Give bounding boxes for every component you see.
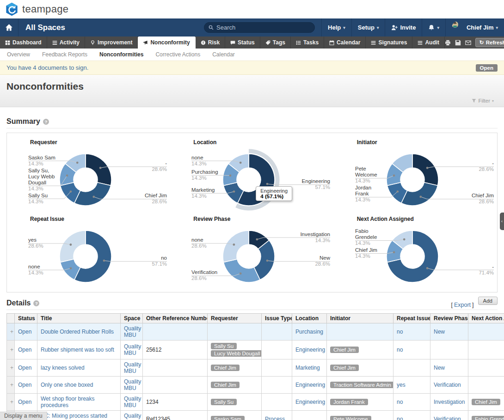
tab-activity[interactable]: Activity xyxy=(47,37,85,49)
donut-chart[interactable]: PeteWelcome14.3%JordanFrank14.3%-28.6%Ch… xyxy=(334,146,496,215)
subtab-nonconformities[interactable]: Nonconformities xyxy=(93,51,149,58)
save-icon[interactable] xyxy=(455,40,461,46)
tab-calendar[interactable]: Calendar xyxy=(324,37,366,49)
space-link[interactable]: Quality MBU xyxy=(124,343,141,356)
space-link[interactable]: Quality MBU xyxy=(124,396,141,408)
column-header-expand[interactable] xyxy=(7,314,15,323)
donut-chart[interactable]: FabioGrendele14.3%Chief Jim14.3%-71.4% xyxy=(334,222,496,292)
export-link[interactable]: Export xyxy=(454,302,471,308)
status-link[interactable]: Open xyxy=(18,347,31,353)
column-header-location[interactable]: Location xyxy=(292,314,327,323)
review-phase-link[interactable]: New xyxy=(434,365,445,371)
top-navbar: All Spaces Help▾ Setup▾ Invite ▾ Chief J… xyxy=(0,18,504,37)
status-link[interactable]: Open xyxy=(18,329,31,335)
review-phase-link[interactable]: New xyxy=(434,329,445,335)
row-expand-button[interactable]: + xyxy=(7,377,15,394)
row-expand-button[interactable]: + xyxy=(7,394,15,411)
donut-slice-item[interactable] xyxy=(412,154,438,186)
status-link[interactable]: Open xyxy=(18,399,31,405)
tab-tags[interactable]: Tags xyxy=(260,37,291,49)
collapse-panel-handle[interactable]: ‹ xyxy=(500,213,504,230)
subtab-feedback-reports[interactable]: Feedback Reports xyxy=(36,51,93,58)
invite-button[interactable]: Invite xyxy=(385,18,422,37)
home-button[interactable] xyxy=(0,18,18,37)
banner-open-button[interactable]: Open xyxy=(476,64,498,72)
column-header-space[interactable]: Space xyxy=(121,314,143,323)
refresh-button[interactable]: ↻ Refresh xyxy=(475,38,504,47)
donut-slice-yes[interactable] xyxy=(60,231,86,262)
location-link[interactable]: Engineering xyxy=(295,347,325,353)
repeat-issue-link[interactable]: no xyxy=(397,416,403,420)
donut-chart[interactable]: none28.6%Verification28.6%Investigation1… xyxy=(170,222,332,292)
column-header-next-action-assigned[interactable]: Next Action Assigned xyxy=(468,314,504,323)
space-link[interactable]: Quality MBU xyxy=(124,413,141,420)
location-link[interactable]: Engineering xyxy=(295,382,325,388)
tab-status[interactable]: Status xyxy=(225,37,260,49)
print-icon[interactable] xyxy=(445,40,451,46)
tab-audit[interactable]: Audit xyxy=(412,37,445,49)
title-link[interactable]: lazy knees solved xyxy=(41,365,85,371)
subtab-calendar[interactable]: Calendar xyxy=(206,51,241,58)
status-link[interactable]: Open xyxy=(18,382,31,388)
notifications-menu[interactable]: ▾ xyxy=(422,18,445,37)
space-link[interactable]: Quality MBU xyxy=(124,378,141,391)
donut-chart[interactable]: none14.3%Purchasing14.3%Marketing14.3%En… xyxy=(170,146,332,215)
title-link[interactable]: NC: Mixing process started without a wor… xyxy=(41,413,107,420)
tab-signatures[interactable]: Signatures xyxy=(366,37,412,49)
donut-slice-chief-jim[interactable] xyxy=(401,183,437,206)
column-header-requester[interactable]: Requester xyxy=(208,314,262,323)
column-header-initiator[interactable]: Initiator xyxy=(327,314,393,323)
location-link[interactable]: Engineering xyxy=(295,399,325,405)
tab-risk[interactable]: Risk xyxy=(196,37,225,49)
space-link[interactable]: Quality MBU xyxy=(124,361,141,374)
help-icon[interactable]: ? xyxy=(43,119,49,125)
help-icon[interactable]: ? xyxy=(33,300,39,306)
add-button[interactable]: Add xyxy=(478,297,498,305)
donut-chart[interactable]: Sasko Sam14.3%Sally Su,Lucy WebbDougall1… xyxy=(7,146,169,215)
search-input[interactable] xyxy=(216,24,310,31)
help-menu[interactable]: Help▾ xyxy=(321,18,351,37)
repeat-issue-link[interactable]: yes xyxy=(397,382,406,388)
column-header-other-reference-number[interactable]: Other Reference Number xyxy=(143,314,208,323)
column-header-repeat-issue[interactable]: Repeat Issue xyxy=(393,314,430,323)
donut-slice-none[interactable] xyxy=(223,231,249,262)
donut-chart[interactable]: yes28.6%none14.3%no57.1% xyxy=(7,222,169,292)
tab-dashboard[interactable]: Dashboard xyxy=(0,37,47,49)
status-link[interactable]: Open xyxy=(18,365,31,371)
review-phase-link[interactable]: Verification xyxy=(434,416,461,420)
row-expand-button[interactable]: + xyxy=(7,359,15,377)
tab-label: Dashboard xyxy=(12,39,42,46)
subtab-overview[interactable]: Overview xyxy=(1,51,36,58)
title-link[interactable]: Double Ordered Rubber Rolls xyxy=(41,329,114,335)
column-header-title[interactable]: Title xyxy=(37,314,121,323)
row-expand-button[interactable]: + xyxy=(7,341,15,359)
issue-type-link[interactable]: Process xyxy=(265,416,285,420)
column-header-review-phase[interactable]: Review Phase xyxy=(430,314,468,323)
space-link[interactable]: Quality MBU xyxy=(124,325,141,338)
review-phase-link[interactable]: Verification xyxy=(434,382,461,388)
donut-slice-item[interactable] xyxy=(86,154,111,186)
donut-slice-verification[interactable] xyxy=(224,259,260,282)
donut-slice-chief-jim[interactable] xyxy=(74,183,111,206)
title-link[interactable]: Wet shop floor breaks procedures xyxy=(41,396,95,408)
location-link[interactable]: Purchasing xyxy=(295,329,323,335)
user-menu[interactable]: Chief Jim ▾ xyxy=(445,18,504,37)
subtab-corrective-actions[interactable]: Corrective Actions xyxy=(149,51,206,58)
filter-control[interactable]: Filter ▾ xyxy=(472,98,494,103)
column-header-issue-type[interactable]: Issue Type xyxy=(262,314,292,323)
title-link[interactable]: Rubber shipment was too soft xyxy=(41,347,114,353)
column-header-status[interactable]: Status xyxy=(15,314,37,323)
tab-nonconformity[interactable]: Nonconformity xyxy=(138,37,195,49)
title-link[interactable]: Only one shoe boxed xyxy=(41,382,93,388)
mail-icon[interactable] xyxy=(465,40,471,46)
tab-improvement[interactable]: Improvement xyxy=(85,37,138,49)
row-expand-button[interactable]: + xyxy=(7,323,15,341)
tab-tasks[interactable]: Tasks xyxy=(291,37,324,49)
review-phase-link[interactable]: Investigation xyxy=(434,399,465,405)
search-box[interactable] xyxy=(204,22,315,33)
setup-menu[interactable]: Setup▾ xyxy=(351,18,385,37)
repeat-issue-link[interactable]: no xyxy=(397,347,403,353)
location-link[interactable]: Marketing xyxy=(295,365,320,371)
repeat-issue-link[interactable]: no xyxy=(397,329,403,335)
repeat-issue-link[interactable]: no xyxy=(397,399,403,405)
